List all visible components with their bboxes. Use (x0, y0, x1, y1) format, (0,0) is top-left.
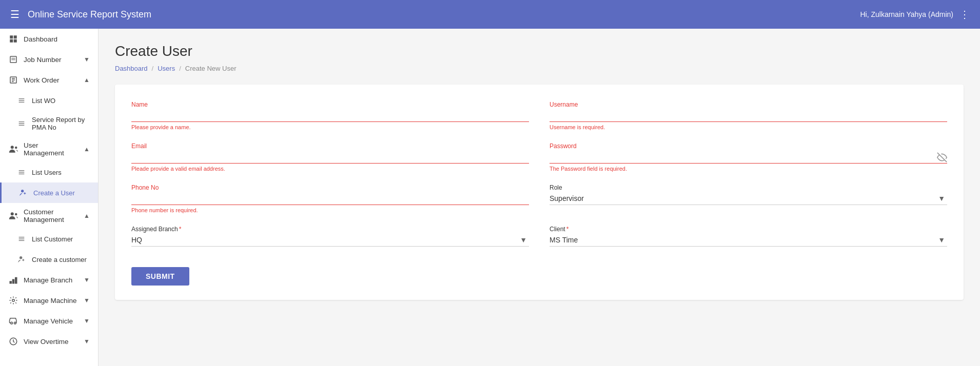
manage-vehicle-icon (8, 316, 18, 326)
sidebar-item-manage-vehicle[interactable]: Manage Vehicle ▼ (0, 311, 98, 331)
app-title: Online Service Report System (28, 9, 151, 20)
client-label: Client (550, 226, 947, 233)
sidebar-item-manage-machine[interactable]: Manage Machine ▼ (0, 290, 98, 311)
svg-rect-17 (19, 172, 25, 172)
topnav-left: ☰ Online Service Report System (10, 8, 151, 21)
svg-rect-18 (19, 174, 25, 174)
job-number-icon (8, 54, 18, 65)
role-select-wrapper: Supervisor Admin Technician Customer ▼ (550, 192, 947, 205)
svg-rect-10 (19, 102, 25, 103)
sidebar-item-label: Service Report by PMA No (32, 116, 90, 131)
chevron-down-icon: ▼ (84, 317, 90, 324)
sidebar-item-job-number[interactable]: Job Number ▼ (0, 49, 98, 70)
svg-rect-8 (19, 98, 25, 99)
toggle-password-visibility-icon[interactable] (937, 152, 947, 162)
create-customer-icon (16, 254, 27, 265)
password-label: Password (550, 143, 947, 150)
svg-rect-25 (19, 238, 25, 239)
sidebar-item-list-customer[interactable]: List Customer (0, 229, 98, 249)
chevron-up-icon: ▲ (84, 212, 90, 219)
chevron-down-icon: ▼ (84, 338, 90, 345)
sidebar-item-customer-management[interactable]: Customer Management ▲ (0, 203, 98, 229)
svg-point-33 (12, 299, 15, 302)
svg-rect-31 (12, 279, 15, 284)
svg-rect-1 (14, 35, 17, 38)
svg-rect-11 (19, 121, 25, 122)
dashboard-icon (8, 34, 18, 44)
phone-input[interactable] (131, 192, 529, 205)
more-options-icon[interactable]: ⋮ (959, 8, 970, 21)
username-input[interactable] (550, 109, 947, 122)
sidebar-item-label: View Overtime (24, 338, 79, 345)
breadcrumb-sep-1: / (152, 65, 154, 72)
chevron-down-icon: ▼ (84, 276, 90, 283)
sidebar-item-list-wo[interactable]: List WO (0, 90, 98, 111)
list-icon (16, 118, 27, 129)
svg-rect-13 (19, 125, 25, 126)
sidebar-item-work-order[interactable]: Work Order ▲ (0, 70, 98, 90)
role-label: Role (550, 184, 947, 191)
username-error: Username is required. (550, 124, 947, 130)
password-input-wrapper (550, 151, 947, 164)
password-error: The Password field is required. (550, 166, 947, 172)
client-select[interactable]: MS Time Client A Client B (550, 234, 947, 246)
role-group: Role Supervisor Admin Technician Custome… (550, 184, 947, 213)
assigned-branch-label: Assigned Branch (131, 226, 529, 233)
customer-management-icon (8, 211, 18, 221)
name-input[interactable] (131, 109, 529, 122)
chevron-up-icon: ▲ (84, 146, 90, 153)
svg-rect-26 (19, 240, 25, 241)
chevron-down-icon: ▼ (84, 56, 90, 63)
list-icon (16, 167, 27, 177)
client-group: Client MS Time Client A Client B ▼ (550, 226, 947, 247)
sidebar-item-create-customer[interactable]: Create a customer (0, 249, 98, 270)
svg-point-19 (21, 190, 24, 192)
breadcrumb: Dashboard / Users / Create New User (115, 65, 964, 72)
create-user-form: Name Please provide a name. Username Use… (115, 85, 964, 300)
sidebar-item-dashboard[interactable]: Dashboard (0, 29, 98, 49)
sidebar-item-create-user[interactable]: Create a User (0, 182, 98, 203)
name-group: Name Please provide a name. (131, 101, 529, 130)
manage-branch-icon (8, 275, 18, 285)
list-icon (16, 95, 27, 106)
view-overtime-icon (8, 336, 18, 347)
sidebar-item-view-overtime[interactable]: View Overtime ▼ (0, 331, 98, 352)
sidebar-item-service-report[interactable]: Service Report by PMA No (0, 111, 98, 136)
svg-point-22 (11, 212, 14, 215)
chevron-up-icon: ▲ (84, 76, 90, 84)
svg-point-35 (14, 322, 16, 324)
assigned-branch-select[interactable]: HQ Branch 1 Branch 2 (131, 234, 529, 246)
email-error: Pleade provide a valid email address. (131, 166, 529, 172)
sidebar-item-list-users[interactable]: List Users (0, 162, 98, 182)
sidebar: Dashboard Job Number ▼ Work Order ▲ List… (0, 29, 99, 366)
client-select-wrapper: MS Time Client A Client B ▼ (550, 234, 947, 247)
role-select[interactable]: Supervisor Admin Technician Customer (550, 192, 947, 205)
submit-button[interactable]: SUBMIT (131, 267, 189, 286)
hamburger-icon[interactable]: ☰ (10, 8, 19, 21)
assigned-branch-group: Assigned Branch HQ Branch 1 Branch 2 ▼ (131, 226, 529, 247)
breadcrumb-users[interactable]: Users (158, 65, 175, 72)
password-group: Password The Password field is required. (550, 143, 947, 172)
create-user-icon (18, 188, 28, 198)
topnav-right: Hi, Zulkarnain Yahya (Admin) ⋮ (860, 8, 970, 21)
manage-machine-icon (8, 295, 18, 306)
form-row-2: Email Pleade provide a valid email addre… (131, 143, 947, 172)
user-greeting: Hi, Zulkarnain Yahya (Admin) (860, 10, 953, 18)
password-input[interactable] (550, 151, 947, 164)
sidebar-item-user-management[interactable]: User Management ▲ (0, 136, 98, 162)
sidebar-item-label: Dashboard (24, 35, 90, 43)
svg-rect-5 (11, 58, 15, 58)
sidebar-item-label: User Management (24, 141, 79, 157)
svg-rect-32 (15, 277, 17, 284)
sidebar-item-manage-branch[interactable]: Manage Branch ▼ (0, 270, 98, 290)
form-row-3: Phone No Phone number is required. Role … (131, 184, 947, 213)
svg-point-14 (11, 146, 14, 149)
svg-rect-9 (19, 100, 25, 100)
email-input[interactable] (131, 151, 529, 164)
sidebar-item-label: List Users (32, 169, 90, 176)
email-group: Email Pleade provide a valid email addre… (131, 143, 529, 172)
svg-rect-3 (14, 39, 17, 43)
main-layout: Dashboard Job Number ▼ Work Order ▲ List… (0, 29, 980, 366)
breadcrumb-dashboard[interactable]: Dashboard (115, 65, 148, 72)
svg-point-15 (15, 147, 17, 149)
